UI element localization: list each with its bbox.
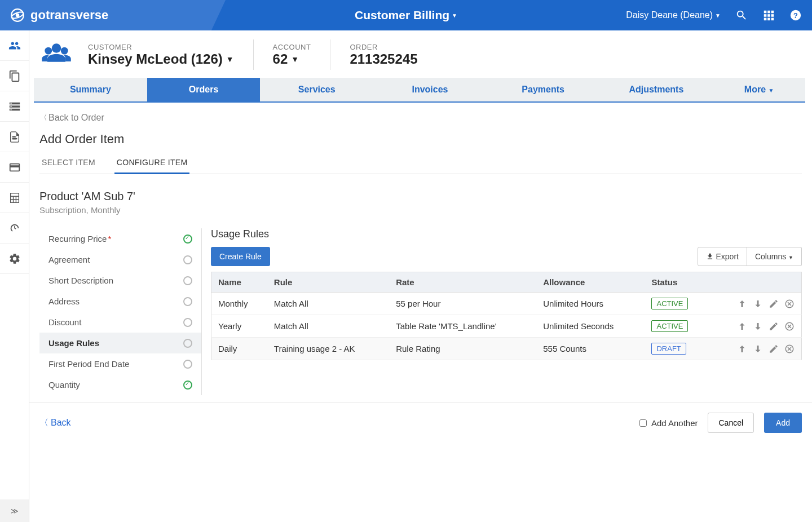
col-rate[interactable]: Rate <box>389 272 536 293</box>
cell-name: Daily <box>211 338 267 360</box>
cell-allowance: 555 Counts <box>536 338 645 360</box>
config-nav-label: Usage Rules <box>48 338 99 348</box>
apps-grid-icon[interactable] <box>762 9 775 21</box>
cell-allowance: Unlimited Hours <box>536 293 645 315</box>
config-nav-item[interactable]: Discount <box>39 312 201 333</box>
config-nav-item[interactable]: Agreement <box>39 249 201 270</box>
move-down-icon[interactable] <box>753 344 763 354</box>
order-value: 211325245 <box>350 51 417 67</box>
edit-icon[interactable] <box>769 344 779 354</box>
config-nav-label: Quantity <box>48 380 80 390</box>
caret-down-icon: ▼ <box>452 12 457 19</box>
topbar: gotransverse Customer Billing ▼ Daisy De… <box>0 0 812 30</box>
config-nav-item[interactable]: Quantity <box>39 374 201 395</box>
account-value: 62 <box>273 51 288 67</box>
module-name: Customer Billing <box>355 8 449 22</box>
config-nav-item[interactable]: Address <box>39 291 201 312</box>
col-allowance[interactable]: Allowance <box>536 272 645 293</box>
config-nav-item[interactable]: First Period End Date <box>39 353 201 374</box>
sidebar-customers[interactable] <box>0 30 29 61</box>
sidebar-dashboard[interactable] <box>0 213 29 244</box>
user-name: Daisy Deane (Deane) <box>626 10 713 20</box>
cell-status: ACTIVE <box>645 315 709 338</box>
svg-rect-9 <box>764 18 767 21</box>
config-nav-item[interactable]: Short Description <box>39 270 201 291</box>
col-rule[interactable]: Rule <box>267 272 389 293</box>
col-status[interactable]: Status <box>645 272 709 293</box>
svg-rect-10 <box>767 18 770 21</box>
tab-orders[interactable]: Orders <box>147 78 261 101</box>
subtab-select-item[interactable]: SELECT ITEM <box>39 153 98 174</box>
sidebar-storage[interactable] <box>0 91 29 122</box>
account-label: ACCOUNT <box>273 43 311 51</box>
row-actions <box>716 344 795 354</box>
sidebar-settings[interactable] <box>0 244 29 274</box>
tab-services[interactable]: Services <box>260 78 373 101</box>
add-another-input[interactable] <box>639 419 647 427</box>
cell-rule: Match All <box>267 293 389 315</box>
edit-icon[interactable] <box>769 299 779 309</box>
move-up-icon[interactable] <box>737 321 747 331</box>
sidebar-calculator[interactable] <box>0 183 29 213</box>
sidebar-copy[interactable] <box>0 61 29 91</box>
status-empty-icon <box>183 318 192 327</box>
back-to-order-link[interactable]: 〈 Back to Order <box>39 113 104 123</box>
panel-title: Usage Rules <box>211 228 802 240</box>
subtab-configure-item[interactable]: CONFIGURE ITEM <box>114 153 190 174</box>
svg-rect-16 <box>10 193 19 202</box>
module-selector[interactable]: Customer Billing ▼ <box>355 8 457 22</box>
chevron-left-icon: 〈 <box>39 417 48 429</box>
content: 〈 Back to Order Add Order Item SELECT IT… <box>29 103 812 402</box>
columns-button[interactable]: Columns ▼ <box>747 247 802 266</box>
help-icon[interactable]: ? <box>789 9 802 21</box>
expand-icon: ≫ <box>11 507 19 515</box>
col-name[interactable]: Name <box>211 272 267 293</box>
add-button[interactable]: Add <box>764 413 802 433</box>
panel-toolbar: Create Rule Export Columns ▼ <box>211 247 802 266</box>
usage-rules-table: Name Rule Rate Allowance Status Monthly … <box>211 272 802 360</box>
create-rule-button[interactable]: Create Rule <box>211 247 270 266</box>
export-button[interactable]: Export <box>698 247 747 266</box>
cell-status: DRAFT <box>645 338 709 360</box>
svg-rect-4 <box>767 11 770 14</box>
topbar-right: Daisy Deane (Deane) ▼ ? <box>626 9 802 21</box>
tab-more[interactable]: More ▼ <box>713 78 805 101</box>
cancel-button[interactable]: Cancel <box>708 413 754 433</box>
config-nav-item[interactable]: Usage Rules <box>39 333 201 353</box>
move-down-icon[interactable] <box>753 321 763 331</box>
table-toolbar-right: Export Columns ▼ <box>698 247 802 266</box>
tab-invoices[interactable]: Invoices <box>373 78 487 101</box>
config-nav-item[interactable]: Recurring Price* <box>39 228 201 249</box>
page-title: Add Order Item <box>39 132 802 147</box>
customer-label: CUSTOMER <box>88 43 234 51</box>
tab-payments[interactable]: Payments <box>487 78 600 101</box>
config-row: Recurring Price*AgreementShort Descripti… <box>39 228 802 395</box>
delete-icon[interactable] <box>784 344 795 354</box>
config-nav-label: Recurring Price* <box>48 234 111 244</box>
sidebar-expand[interactable]: ≫ <box>0 499 29 522</box>
add-another-checkbox[interactable]: Add Another <box>639 418 698 428</box>
edit-icon[interactable] <box>769 321 779 331</box>
context-header: CUSTOMER Kinsey McLeod (126) ▼ ACCOUNT 6… <box>29 30 812 78</box>
sidebar-document[interactable] <box>0 122 29 152</box>
back-button[interactable]: 〈 Back <box>39 417 71 429</box>
tab-adjustments[interactable]: Adjustments <box>600 78 713 101</box>
delete-icon[interactable] <box>784 321 795 331</box>
tab-summary[interactable]: Summary <box>34 78 147 101</box>
brand[interactable]: gotransverse <box>10 8 108 23</box>
cell-rate: Rule Rating <box>389 338 536 360</box>
account-block[interactable]: ACCOUNT 62 ▼ <box>273 43 311 67</box>
config-nav-label: Short Description <box>48 276 113 285</box>
customer-icon <box>41 42 72 68</box>
delete-icon[interactable] <box>784 299 795 309</box>
customer-block[interactable]: CUSTOMER Kinsey McLeod (126) ▼ <box>88 43 234 67</box>
search-icon[interactable] <box>735 9 748 21</box>
move-up-icon[interactable] <box>737 344 747 354</box>
move-down-icon[interactable] <box>753 299 763 309</box>
status-badge: ACTIVE <box>651 320 688 332</box>
sidebar-payments[interactable] <box>0 152 29 183</box>
row-actions <box>716 321 795 331</box>
config-nav-label: Address <box>48 297 80 306</box>
user-menu[interactable]: Daisy Deane (Deane) ▼ <box>626 10 721 20</box>
move-up-icon[interactable] <box>737 299 747 309</box>
